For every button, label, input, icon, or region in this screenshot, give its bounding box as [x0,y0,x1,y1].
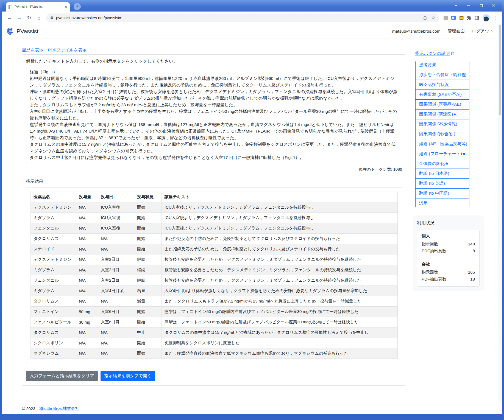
side-panel-icon[interactable] [475,15,480,20]
results-table-body: デクスメデトミジン N/A ICU入室後 開始 ICU入室後より，デクスメデトミ… [31,202,398,359]
company-link[interactable]: Shuttle Bros.株式会社 [39,406,79,411]
instruction-button[interactable]: 経過 (AE、医薬品投与等) [415,139,469,149]
drug-name-cell: フェンタニル [31,223,76,234]
dose-cell: N/A [76,202,98,213]
col-date: 投与日 [98,192,134,202]
dose-cell: N/A [76,348,98,359]
scrollbar-thumb[interactable] [499,25,501,115]
admin-link[interactable]: 管理画面 [448,28,465,34]
status-cell: 開始 [134,234,162,244]
table-row: ミダゾラム N/A ICU入室後 開始 ICU入室後より，デクスメデトミジン，ミ… [31,213,398,223]
share-icon[interactable] [423,15,427,20]
extension-icon-blue[interactable] [451,16,456,20]
address-bar[interactable]: pvassist.azurewebsites.net/pvassist# ☆ [46,13,439,22]
drug-name-cell: タクロリムス [31,327,76,338]
date-cell: 入室2日目 [98,254,134,265]
date-cell: ICU入室後 [98,213,134,223]
instruction-button[interactable]: 翻訳 (to 日本語) [415,169,469,179]
instruction-button[interactable]: 原疾患・合併症・既往歴 [415,70,469,80]
logout-link[interactable]: ログアウト [472,28,494,34]
drug-name-cell: ステロイド [31,244,76,254]
dose-cell: N/A [76,223,98,234]
drug-name-cell: タクロリムス [31,234,76,244]
instruction-button[interactable]: 翻訳 (to 中国語) [415,188,469,198]
table-row: ミダゾラム N/A 入室4日目頃 増量 入室4日目頃より体動が激しくなり，グラフ… [31,286,398,296]
forward-icon[interactable]: → [15,13,24,22]
instruction-sidebar: 指示ボタンの説明 患者背景 原疾患・合併症・既往歴 医薬品投与状況 [411,51,486,291]
status-cell: 継続 [134,265,162,275]
page-scrollbar[interactable] [498,24,502,403]
col-drug-name: 医薬品名 [31,192,76,202]
table-row: シクロスポリン N/A N/A 開始 免疫抑制薬をシクロスポリンに変更した [31,338,398,348]
instruction-help-link[interactable]: 指示ボタンの説明 [415,51,455,57]
svg-text:SB: SB [9,30,12,32]
show-history-link[interactable]: 履歴を表示 [22,47,43,53]
browser-tab[interactable]: PVassist - PVassist ✕ [6,2,70,12]
instruction-button[interactable]: 医薬品投与状況 [415,80,469,90]
tab-close-icon[interactable]: ✕ [64,5,67,9]
instruction-button[interactable]: 患者背景 [415,60,469,70]
open-results-tab-button[interactable]: 指示結果を別タブで開く [101,371,155,381]
analysis-text-input[interactable]: 経過（Fig. 1） 術中経過は問題なく，手術時間は8 時間16 分で，出血量9… [26,67,402,163]
instruction-button[interactable]: 因果関係 (不足情報) [415,119,469,129]
instruction-button[interactable]: 経過 (フローチャート)★ [415,149,469,159]
usage-company-section: 会社 指示回数 165 PDF抽出頁数 18 [417,258,479,286]
extension-icon-gray[interactable] [444,16,448,20]
status-cell: 開始 [134,213,162,223]
usage-label: PDF抽出頁数 [422,277,446,282]
usage-company-label: 会社 [422,261,475,267]
extension-icon-yellow[interactable] [459,16,464,20]
date-cell: N/A [98,234,134,244]
instruction-button[interactable]: 因果関係 (原/合/併) [415,129,469,139]
maximize-button[interactable] [475,0,488,11]
instruction-text: 解析したいテキストを入力して、右側の指示ボタンをクリックしてください。 [26,58,402,64]
browser-menu-icon[interactable]: ⋮ [493,15,497,21]
drug-name-cell: デクスメデトミジン [31,202,76,213]
drug-name-cell: フェノバルビタール [31,317,76,327]
table-row: タクロリムス N/A N/A 中止 タクロリムスの血中濃度は15.7 ng/ml… [31,327,398,338]
app-logo-shield-icon: SB [7,27,14,35]
instruction-button[interactable]: 汎用 [415,198,469,208]
dose-cell: 30 mg [76,317,98,327]
table-row: デクスメデトミジン N/A 入室2日目 継続 抜管後も安静を必要としたため，デク… [31,254,398,265]
source-text-cell: 抜管後も安静を必要としたため，デクスメデトミジン，ミダゾラム，フェンタニルの持続… [162,265,398,275]
drug-name-cell: デクスメデトミジン [31,254,76,265]
status-cell: 開始 [134,244,162,254]
extensions-puzzle-icon[interactable] [467,15,472,20]
page-footer: © 2023 - Shuttle Bros.株式会社 - [2,403,502,414]
instruction-button[interactable]: 翻訳 (to 英語) [415,178,469,189]
clear-form-button[interactable]: 入力フォームと指示結果をクリア [26,371,98,381]
instruction-button[interactable]: 因果関係 (医薬品×AE) [415,99,469,110]
home-icon[interactable]: ⌂ [35,13,43,22]
new-tab-button[interactable]: + [74,3,81,10]
profile-avatar[interactable] [483,14,490,21]
help-link-label: 指示ボタンの説明 [415,51,450,57]
table-row: ミダゾラム N/A 入室2日目 継続 抜管後も安静を必要としたため，デクスメデト… [31,265,398,275]
instruction-button[interactable]: 全体像の図化★ [415,159,469,169]
source-text-cell: タクロリムスの血中濃度は15.7 ng/ml と治療域にあったが，タクロリムス脳… [162,327,398,338]
app-header: SB PVassist matsuo@shuttlebros.com 管理画面 … [2,24,502,38]
browser-titlebar: PVassist - PVassist ✕ + [2,0,502,12]
show-pdf-link[interactable]: PDFファイルを表示 [48,47,87,53]
table-row: フェンタニル N/A 入室2日目 継続 抜管後も安静を必要としたため，デクスメデ… [31,275,398,286]
source-text-cell: 入室4日目頃より体動が激しくなり，グラフト損傷を防ぐための安静に必要なミダゾラム… [162,286,398,296]
minimize-button[interactable] [462,0,475,11]
drug-name-cell: シクロスポリン [31,338,76,348]
back-icon[interactable]: ← [5,13,14,22]
close-button[interactable] [488,0,500,11]
source-text-cell: ICU入室後より，デクスメデトミジン，ミダゾラム，フェンタニルを持続投与し [162,223,398,234]
date-cell: 入室6日目 [98,317,134,327]
date-cell: 入室4日目頃 [98,286,134,296]
results-section-label: 指示結果 [26,179,402,184]
bookmark-star-icon[interactable]: ☆ [431,15,435,21]
external-link-icon [451,52,455,55]
usage-label: 指示回数 [422,270,438,275]
source-text-cell: ICU入室後より，デクスメデトミジン，ミダゾラム，フェンタニルを持続投与し [162,213,398,223]
instruction-button[interactable]: 有害事象 (SAEか否か) [415,89,469,100]
instruction-button[interactable]: 因果関係 (関連図)★ [415,109,469,119]
status-cell: 開始 [134,223,162,234]
usage-value: 148 [468,242,475,247]
date-cell: N/A [98,348,134,359]
reload-icon[interactable]: ↻ [25,13,34,22]
tab-search-icon[interactable] [450,0,462,11]
